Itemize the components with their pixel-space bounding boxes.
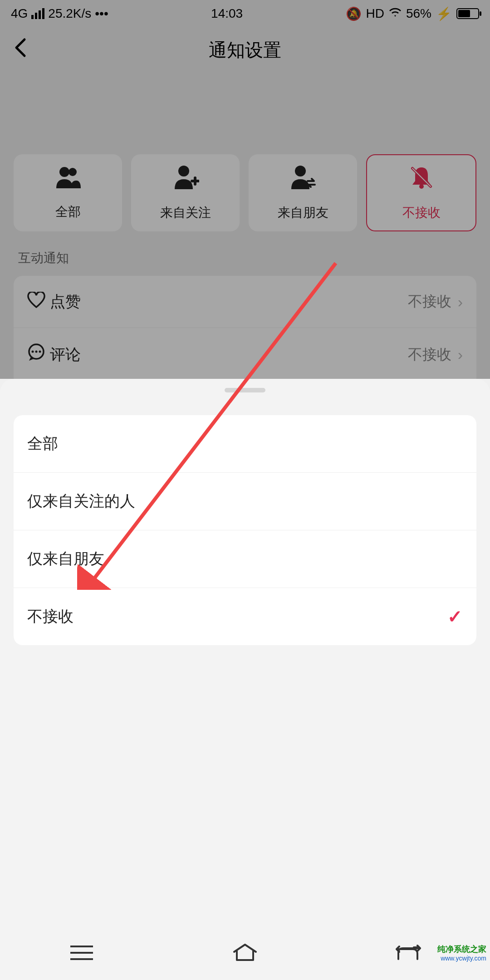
option-follow[interactable]: 仅来自关注的人 [14, 473, 476, 530]
check-icon: ✓ [447, 606, 463, 627]
menu-icon [70, 946, 93, 960]
row-label: 评论 [50, 344, 408, 365]
section-label: 互动通知 [0, 231, 490, 276]
option-label: 不接收 [27, 606, 74, 627]
svg-point-10 [39, 351, 41, 353]
wifi-icon [389, 6, 402, 21]
card-all[interactable]: 全部 [14, 154, 122, 231]
back-icon [396, 944, 421, 962]
row-comment[interactable]: 评论 不接收 › [14, 328, 476, 382]
chevron-right-icon: › [458, 293, 463, 311]
status-bar: 4G 25.2K/s ••• 14:03 🔕 HD 56% ⚡ [0, 0, 490, 27]
bell-off-icon [409, 165, 434, 196]
battery-percent: 56% [406, 6, 431, 21]
charging-icon: ⚡ [436, 6, 452, 21]
svg-point-9 [35, 351, 38, 353]
card-label: 来自朋友 [278, 204, 328, 221]
sheet-options: 全部 仅来自关注的人 仅来自朋友 不接收 ✓ [14, 415, 476, 645]
nav-header: 通知设置 [0, 27, 490, 73]
back-icon[interactable] [14, 38, 26, 63]
row-label: 点赞 [50, 291, 408, 312]
system-nav-bar [0, 926, 490, 980]
network-speed: 25.2K/s [48, 6, 91, 21]
heart-icon [27, 292, 50, 312]
svg-point-4 [419, 184, 424, 189]
dnd-icon: 🔕 [346, 6, 362, 21]
quick-cards-row: 全部 来自关注 来自朋友 不接收 [0, 154, 490, 231]
card-friends[interactable]: 来自朋友 [249, 154, 357, 231]
card-none[interactable]: 不接收 [366, 154, 476, 231]
card-label: 来自关注 [160, 204, 211, 221]
status-time: 14:03 [211, 6, 243, 21]
chevron-right-icon: › [458, 346, 463, 363]
back-button[interactable] [395, 939, 422, 966]
watermark-line2: www.ycwjty.com [437, 955, 486, 962]
watermark: 纯净系统之家 www.ycwjty.com [437, 944, 486, 962]
row-value: 不接收 [408, 345, 451, 365]
option-label: 全部 [27, 433, 58, 454]
home-button[interactable] [231, 939, 259, 966]
svg-point-8 [32, 351, 34, 353]
user-plus-icon [172, 165, 199, 196]
option-none[interactable]: 不接收 ✓ [14, 588, 476, 645]
option-label: 仅来自朋友 [27, 549, 104, 569]
bottom-sheet: 全部 仅来自关注的人 仅来自朋友 不接收 ✓ [0, 379, 490, 980]
background-content: 4G 25.2K/s ••• 14:03 🔕 HD 56% ⚡ 通知设置 [0, 0, 490, 379]
svg-point-0 [59, 167, 69, 177]
card-label: 全部 [55, 203, 81, 220]
page-title: 通知设置 [209, 38, 281, 63]
option-label: 仅来自关注的人 [27, 491, 135, 512]
home-icon [232, 944, 258, 962]
hd-indicator: HD [366, 6, 384, 21]
network-type: 4G [11, 6, 28, 21]
row-value: 不接收 [408, 292, 451, 312]
watermark-line1: 纯净系统之家 [437, 945, 486, 954]
comment-icon [27, 343, 50, 366]
option-all[interactable]: 全部 [14, 415, 476, 473]
signal-icon [31, 8, 44, 19]
svg-point-3 [295, 166, 306, 176]
svg-point-2 [178, 166, 189, 176]
card-label: 不接收 [402, 204, 441, 221]
sheet-handle[interactable] [225, 388, 265, 392]
users-icon [54, 166, 82, 195]
user-exchange-icon [289, 165, 317, 196]
svg-point-1 [69, 168, 77, 176]
battery-icon [456, 8, 479, 19]
recents-button[interactable] [68, 939, 95, 966]
more-icon: ••• [95, 6, 108, 21]
option-friends[interactable]: 仅来自朋友 [14, 530, 476, 588]
row-like[interactable]: 点赞 不接收 › [14, 276, 476, 328]
card-follow[interactable]: 来自关注 [131, 154, 240, 231]
